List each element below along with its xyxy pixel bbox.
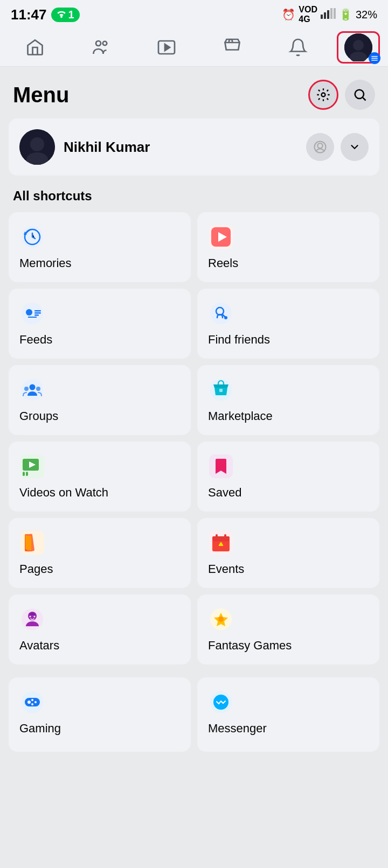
saved-icon	[208, 453, 234, 479]
profile-dropdown-button[interactable]	[341, 133, 369, 161]
status-bar: 11:47 1 ⏰ VOD4G 🔋 32%	[0, 0, 388, 28]
nav-home[interactable]	[8, 31, 62, 64]
shortcut-messenger[interactable]: Messenger	[197, 677, 379, 752]
shortcut-reels[interactable]: Reels	[197, 212, 379, 282]
wifi-badge: 1	[51, 8, 80, 22]
switch-account-button[interactable]	[306, 133, 334, 161]
header-actions	[308, 80, 375, 110]
shortcut-feeds[interactable]: Feeds	[9, 289, 191, 359]
svg-rect-61	[219, 545, 223, 546]
svg-point-19	[30, 137, 44, 151]
svg-point-7	[103, 41, 107, 45]
shortcuts-grid: Memories Reels	[0, 212, 388, 664]
svg-point-42	[36, 387, 40, 391]
search-button[interactable]	[345, 80, 375, 110]
nav-notifications[interactable]	[271, 31, 325, 64]
svg-rect-14	[371, 58, 378, 59]
svg-point-22	[317, 143, 322, 148]
avatars-label: Avatars	[19, 639, 180, 653]
avatars-icon	[19, 606, 45, 632]
svg-rect-58	[216, 534, 218, 538]
marketplace-icon	[208, 377, 234, 403]
svg-rect-59	[224, 534, 226, 538]
profile-card: Nikhil Kumar	[9, 118, 379, 176]
shortcut-marketplace[interactable]: Marketplace	[197, 365, 379, 435]
shortcut-memories[interactable]: Memories	[9, 212, 191, 282]
feeds-icon	[19, 300, 45, 326]
svg-point-40	[30, 384, 36, 390]
svg-rect-5	[334, 8, 336, 19]
events-label: Events	[208, 562, 369, 576]
battery-percent: 32%	[356, 9, 377, 21]
svg-point-16	[322, 93, 325, 97]
svg-rect-31	[34, 310, 41, 312]
svg-point-17	[355, 90, 364, 99]
svg-point-65	[34, 616, 36, 618]
memories-label: Memories	[19, 256, 180, 270]
feeds-label: Feeds	[19, 333, 180, 347]
nav-bar	[0, 28, 388, 67]
time: 11:47	[11, 6, 47, 23]
svg-rect-1	[321, 15, 323, 19]
gaming-icon	[19, 689, 45, 715]
shortcut-fantasy-games[interactable]: Fantasy Games	[197, 594, 379, 664]
svg-point-0	[60, 16, 62, 18]
svg-rect-33	[34, 314, 39, 316]
svg-point-72	[34, 701, 37, 703]
shortcut-pages[interactable]: Pages	[9, 518, 191, 588]
svg-point-73	[31, 703, 33, 705]
svg-point-70	[27, 701, 31, 704]
nav-friends[interactable]	[74, 31, 128, 64]
svg-rect-48	[23, 472, 25, 476]
svg-point-6	[96, 41, 101, 46]
svg-point-30	[26, 309, 32, 316]
shortcut-avatars[interactable]: Avatars	[9, 594, 191, 664]
profile-name: Nikhil Kumar	[64, 139, 297, 156]
videos-on-watch-icon	[19, 453, 45, 479]
profile-avatar	[19, 129, 55, 165]
memories-icon	[19, 224, 45, 250]
svg-marker-54	[25, 535, 31, 550]
svg-point-41	[24, 387, 29, 391]
shortcuts-label: All shortcuts	[0, 186, 388, 212]
svg-marker-9	[165, 44, 170, 51]
settings-button[interactable]	[308, 80, 338, 110]
pages-icon	[19, 530, 45, 556]
groups-icon	[19, 377, 45, 403]
profile-actions	[306, 133, 369, 161]
menu-header: Menu	[0, 67, 388, 118]
nav-watch[interactable]	[140, 31, 193, 64]
svg-point-64	[30, 616, 31, 618]
svg-rect-49	[26, 472, 28, 476]
shortcut-events[interactable]: Events	[197, 518, 379, 588]
svg-rect-57	[212, 536, 230, 541]
page-title: Menu	[13, 83, 69, 107]
status-right: ⏰ VOD4G 🔋 32%	[282, 5, 377, 24]
find-friends-icon	[208, 300, 234, 326]
events-icon	[208, 530, 234, 556]
svg-rect-2	[324, 12, 326, 19]
reels-icon	[208, 224, 234, 250]
shortcut-saved[interactable]: Saved	[197, 442, 379, 512]
alarm-icon: ⏰	[282, 8, 295, 21]
shortcut-videos-on-watch[interactable]: Videos on Watch	[9, 442, 191, 512]
messenger-icon	[208, 689, 234, 715]
shortcut-gaming[interactable]: Gaming	[9, 677, 191, 752]
svg-point-67	[218, 617, 224, 622]
svg-point-11	[353, 40, 364, 51]
battery: 🔋	[339, 8, 352, 21]
shortcut-find-friends[interactable]: Find friends	[197, 289, 379, 359]
network-type: VOD4G	[299, 5, 317, 24]
videos-on-watch-label: Videos on Watch	[19, 486, 180, 500]
svg-rect-15	[371, 60, 378, 61]
pages-label: Pages	[19, 562, 180, 576]
nav-profile[interactable]	[337, 31, 380, 64]
svg-rect-32	[34, 312, 41, 314]
reels-label: Reels	[208, 256, 369, 270]
marketplace-label: Marketplace	[208, 409, 369, 423]
svg-rect-13	[371, 56, 378, 57]
shortcut-groups[interactable]: Groups	[9, 365, 191, 435]
nav-marketplace[interactable]	[205, 31, 259, 64]
svg-point-71	[31, 699, 33, 701]
fantasy-games-label: Fantasy Games	[208, 639, 369, 653]
